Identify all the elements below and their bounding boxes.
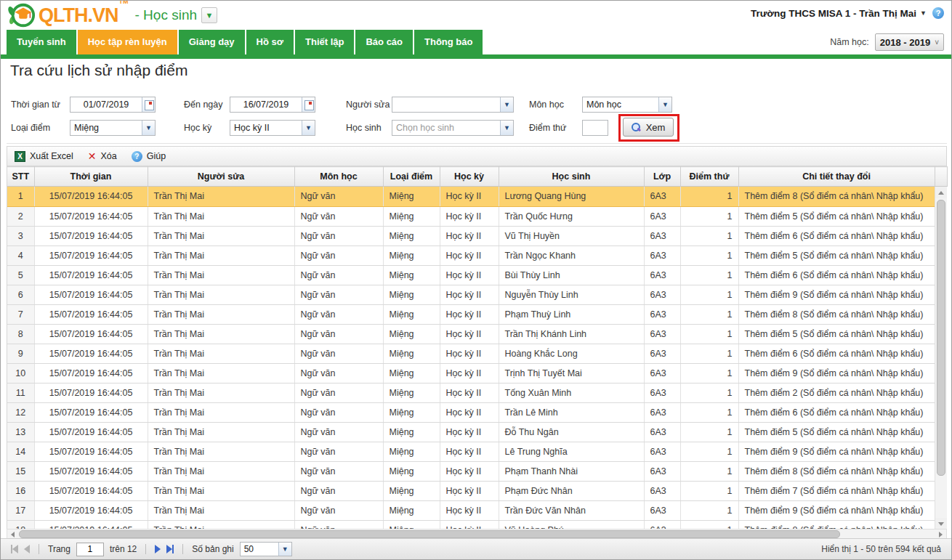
school-year-box: Năm học: 2018 - 2019 ˅	[830, 33, 944, 51]
user-menu[interactable]: Trường THCS MISA 1 - Trần Thị Mai	[751, 8, 916, 19]
cell: 15/07/2019 16:44:05	[34, 324, 148, 344]
calendar-icon[interactable]	[142, 97, 155, 112]
table-row[interactable]: 1015/07/2019 16:44:05Trần Thị MaiNgữ văn…	[7, 363, 935, 383]
column-header[interactable]: Học kỳ	[440, 167, 499, 187]
table-row[interactable]: 1615/07/2019 16:44:05Trần Thị MaiNgữ văn…	[7, 481, 935, 500]
table-row[interactable]: 215/07/2019 16:44:05Trần Thị MaiNgữ vănM…	[7, 206, 935, 226]
nav-tab-2[interactable]: Giảng dạy	[179, 30, 245, 54]
cell: Ngữ văn	[294, 422, 383, 442]
help-icon[interactable]: ?	[932, 7, 944, 19]
cell: Thêm điểm 9 (Sổ điểm cá nhân\ Nhập khẩu)	[738, 500, 935, 520]
chevron-down-icon[interactable]: ▼	[658, 97, 671, 112]
cell: Trần Thị Mai	[148, 265, 294, 285]
cell: Học kỳ II	[440, 500, 499, 520]
next-page-button[interactable]	[155, 545, 161, 553]
editor-select[interactable]: ▼	[392, 97, 514, 113]
cell: 17	[7, 500, 34, 520]
cell: Học kỳ II	[440, 245, 499, 265]
score-index-input[interactable]	[582, 120, 608, 136]
school-year-select[interactable]: 2018 - 2019 ˅	[875, 33, 944, 51]
column-header[interactable]: Người sửa	[148, 167, 294, 187]
column-header[interactable]: Loại điểm	[383, 167, 440, 187]
chevron-down-icon[interactable]: ▼	[142, 121, 155, 135]
cell: Ngữ văn	[294, 226, 383, 245]
table-row[interactable]: 115/07/2019 16:44:05Trần Thị MaiNgữ vănM…	[7, 187, 935, 206]
horizontal-scroll-thumb[interactable]	[19, 530, 840, 538]
export-excel-button[interactable]: X Xuất Excel	[15, 151, 73, 162]
cell: 7	[7, 304, 34, 324]
cell: Ngữ văn	[294, 324, 383, 344]
prev-page-button[interactable]	[24, 545, 30, 553]
calendar-icon[interactable]	[302, 97, 315, 112]
nav-tab-3[interactable]: Hồ sơ	[246, 30, 294, 54]
last-page-button[interactable]	[166, 545, 174, 553]
cell: Miệng	[383, 245, 440, 265]
nav-tab-6[interactable]: Thông báo	[414, 30, 483, 54]
delete-button[interactable]: ✕ Xóa	[88, 151, 117, 161]
table-row[interactable]: 415/07/2019 16:44:05Trần Thị MaiNgữ vănM…	[7, 245, 935, 265]
table-row[interactable]: 515/07/2019 16:44:05Trần Thị MaiNgữ vănM…	[7, 265, 935, 285]
table-row[interactable]: 1315/07/2019 16:44:05Trần Thị MaiNgữ văn…	[7, 422, 935, 442]
table-row[interactable]: 715/07/2019 16:44:05Trần Thị MaiNgữ vănM…	[7, 304, 935, 324]
nav-tab-1[interactable]: Học tập rèn luyện	[78, 30, 177, 54]
semester-select[interactable]: Học kỳ II ▼	[230, 120, 315, 136]
cell: Trần Thị Khánh Linh	[499, 324, 644, 344]
scroll-up-icon[interactable]	[935, 187, 947, 198]
column-header[interactable]: Điểm thứ	[680, 167, 738, 187]
cell: Thêm điểm 6 (Sổ điểm cá nhân\ Nhập khẩu)	[738, 226, 935, 245]
chevron-down-icon[interactable]: ▼	[500, 97, 513, 112]
nav-tab-4[interactable]: Thiết lập	[295, 30, 354, 54]
chevron-down-icon[interactable]: ▼	[920, 9, 927, 17]
page-input[interactable]	[76, 543, 104, 556]
page-size-select[interactable]: 50 ▼	[240, 542, 292, 556]
table-row[interactable]: 315/07/2019 16:44:05Trần Thị MaiNgữ vănM…	[7, 226, 935, 245]
nav-tab-5[interactable]: Báo cáo	[355, 30, 413, 54]
vertical-scrollbar[interactable]	[935, 187, 947, 529]
scroll-down-icon[interactable]	[935, 518, 947, 529]
from-date-value: 01/07/2019	[70, 97, 142, 112]
chevron-down-icon[interactable]: ▼	[302, 121, 315, 135]
table-row[interactable]: 815/07/2019 16:44:05Trần Thị MaiNgữ vănM…	[7, 324, 935, 344]
column-header[interactable]: Môn học	[294, 167, 383, 187]
cell: Thêm điểm 6 (Sổ điểm cá nhân\ Nhập khẩu)	[738, 265, 935, 285]
cell: 6A3	[644, 285, 680, 304]
table-row[interactable]: 1115/07/2019 16:44:05Trần Thị MaiNgữ văn…	[7, 383, 935, 402]
table-row[interactable]: 1415/07/2019 16:44:05Trần Thị MaiNgữ văn…	[7, 442, 935, 461]
first-page-button[interactable]	[11, 545, 18, 553]
column-header[interactable]: Lớp	[644, 167, 680, 187]
cell: Thêm điểm 7 (Sổ điểm cá nhân\ Nhập khẩu)	[738, 481, 935, 500]
cell: Ngữ văn	[294, 187, 383, 206]
cell: 1	[680, 461, 738, 481]
module-dropdown-button[interactable]: ▼	[201, 7, 217, 23]
table-row[interactable]: 1515/07/2019 16:44:05Trần Thị MaiNgữ văn…	[7, 461, 935, 481]
nav-tab-0[interactable]: Tuyển sinh	[7, 30, 76, 54]
subject-select[interactable]: Môn học ▼	[582, 97, 672, 113]
table-row[interactable]: 1715/07/2019 16:44:05Trần Thị MaiNgữ văn…	[7, 500, 935, 520]
cell: Trần Thị Mai	[148, 226, 294, 245]
column-header[interactable]: Chi tiết thay đổi	[738, 167, 935, 187]
brand-text: QLTH.VNTM	[36, 4, 128, 27]
score-type-select[interactable]: Miệng ▼	[70, 120, 156, 136]
cell: Học kỳ II	[440, 422, 499, 442]
column-header[interactable]: Thời gian	[34, 167, 148, 187]
cell: 15/07/2019 16:44:05	[34, 344, 148, 363]
cell: Học kỳ II	[440, 187, 499, 206]
cell: Ngữ văn	[294, 481, 383, 500]
cell: Học kỳ II	[440, 344, 499, 363]
column-header[interactable]: STT	[7, 167, 34, 187]
cell: Miệng	[383, 363, 440, 383]
help-button[interactable]: ? Giúp	[132, 151, 166, 162]
chevron-down-icon[interactable]: ▼	[500, 121, 513, 135]
table-row[interactable]: 915/07/2019 16:44:05Trần Thị MaiNgữ vănM…	[7, 344, 935, 363]
column-header[interactable]: Học sinh	[499, 167, 644, 187]
from-date-input[interactable]: 01/07/2019	[70, 97, 156, 113]
semester-value: Học kỳ II	[230, 121, 302, 135]
table-row[interactable]: 1215/07/2019 16:44:05Trần Thị MaiNgữ văn…	[7, 402, 935, 422]
cell: Ngữ văn	[294, 383, 383, 402]
table-row[interactable]: 615/07/2019 16:44:05Trần Thị MaiNgữ vănM…	[7, 285, 935, 304]
student-select[interactable]: Chọn học sinh ▼	[392, 120, 514, 136]
vertical-scroll-thumb[interactable]	[937, 200, 945, 476]
to-date-input[interactable]: 16/07/2019	[230, 97, 315, 113]
cell: Thêm điểm 8 (Sổ điểm cá nhân\ Nhập khẩu)	[738, 187, 935, 206]
column-header-filler	[935, 167, 947, 187]
